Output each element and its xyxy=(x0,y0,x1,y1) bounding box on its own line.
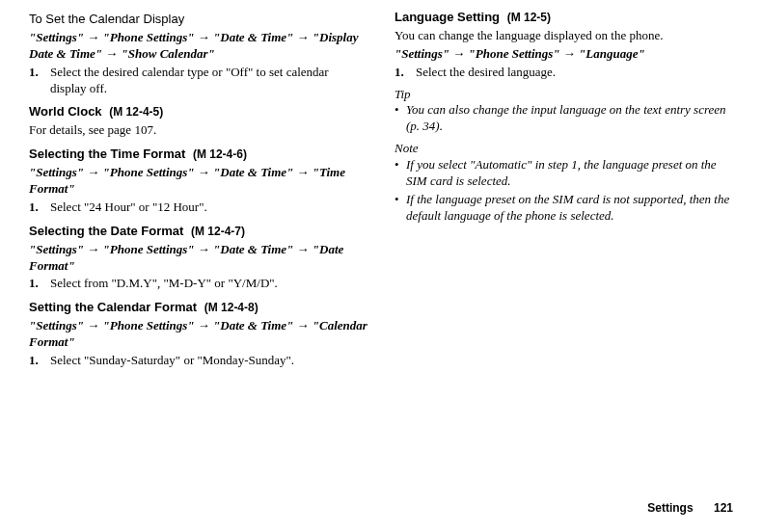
path-part: "Phone Settings" xyxy=(103,165,195,179)
r-sec1-desc: You can change the language displayed on… xyxy=(395,28,733,44)
note-bullet-text-1: If you select "Automatic" in step 1, the… xyxy=(406,157,733,190)
path-part: "Phone Settings" xyxy=(103,318,195,332)
path-part: "Show Calendar" xyxy=(122,46,215,61)
bullet-icon: • xyxy=(395,157,406,190)
note-bullet-row: • If the language preset on the SIM card… xyxy=(395,192,733,225)
arrow-icon: → xyxy=(452,46,465,61)
sec3-menuref: (M 12-4-6) xyxy=(193,147,247,161)
sec3-path: "Settings" → "Phone Settings" → "Date & … xyxy=(29,165,367,198)
sec3-heading: Selecting the Time Format (M 12-4-6) xyxy=(29,146,367,163)
footer-page: 121 xyxy=(714,501,733,515)
note-bullet-text-2: If the language preset on the SIM card i… xyxy=(406,192,733,225)
path-part: "Date & Time" xyxy=(213,165,293,179)
sec1-step: 1. Select the desired calendar type or "… xyxy=(29,65,367,97)
sec4-step: 1. Select from "D.M.Y", "M-D-Y" or "Y/M/… xyxy=(29,276,367,292)
path-part: "Date & Time" xyxy=(213,318,293,332)
arrow-icon: → xyxy=(297,165,310,179)
arrow-icon: → xyxy=(87,165,99,179)
step-text: Select from "D.M.Y", "M-D-Y" or "Y/M/D". xyxy=(50,276,367,292)
sec2-desc: For details, see page 107. xyxy=(29,122,367,139)
r-sec1-menuref: (M 12-5) xyxy=(507,11,551,24)
tip-bullet-text: You can also change the input language o… xyxy=(406,102,733,135)
sec2-heading: World Clock (M 12-4-5) xyxy=(29,104,367,120)
sec4-title: Selecting the Date Format xyxy=(29,224,183,238)
sec2-title: World Clock xyxy=(29,104,102,119)
sec1-title: To Set the Calendar Display xyxy=(29,12,367,28)
step-text: Select the desired language. xyxy=(416,65,733,81)
arrow-icon: → xyxy=(87,318,99,332)
sec4-menuref: (M 12-4-7) xyxy=(191,225,245,238)
path-part: "Phone Settings" xyxy=(103,242,195,256)
path-part: "Language" xyxy=(579,46,645,61)
tip-label: Tip xyxy=(395,87,733,103)
content-columns: To Set the Calendar Display "Settings" →… xyxy=(29,10,733,375)
path-part: "Date & Time" xyxy=(213,242,293,256)
path-part: "Settings" xyxy=(395,46,449,61)
arrow-icon: → xyxy=(198,242,210,256)
step-number: 1. xyxy=(29,65,50,97)
sec4-path: "Settings" → "Phone Settings" → "Date & … xyxy=(29,242,367,275)
arrow-icon: → xyxy=(563,46,576,61)
sec4-heading: Selecting the Date Format (M 12-4-7) xyxy=(29,224,367,240)
path-part: "Date & Time" xyxy=(213,30,293,44)
arrow-icon: → xyxy=(297,242,310,256)
arrow-icon: → xyxy=(87,30,99,44)
path-part: "Phone Settings" xyxy=(469,46,560,61)
bullet-icon: • xyxy=(395,192,406,225)
r-sec1-heading: Language Setting (M 12-5) xyxy=(395,10,733,26)
path-part: "Settings" xyxy=(29,165,84,179)
page-footer: Settings 121 xyxy=(647,501,733,517)
sec5-heading: Setting the Calendar Format (M 12-4-8) xyxy=(29,300,367,316)
r-sec1-path: "Settings" → "Phone Settings" → "Languag… xyxy=(395,46,733,63)
step-text: Select the desired calendar type or "Off… xyxy=(50,65,367,97)
step-text: Select "24 Hour" or "12 Hour". xyxy=(50,200,367,216)
tip-bullet-row: • You can also change the input language… xyxy=(395,102,733,135)
bullet-icon: • xyxy=(395,102,406,135)
sec2-menuref: (M 12-4-5) xyxy=(109,105,163,119)
step-text: Select "Sunday-Saturday" or "Monday-Sund… xyxy=(50,353,367,369)
arrow-icon: → xyxy=(87,242,99,256)
note-bullet-row: • If you select "Automatic" in step 1, t… xyxy=(395,157,733,190)
arrow-icon: → xyxy=(198,318,210,332)
sec5-menuref: (M 12-4-8) xyxy=(204,301,259,314)
path-part: "Settings" xyxy=(29,318,84,332)
r-sec1-step: 1. Select the desired language. xyxy=(395,65,733,81)
arrow-icon: → xyxy=(198,165,210,179)
sec5-title: Setting the Calendar Format xyxy=(29,300,197,314)
right-column: Language Setting (M 12-5) You can change… xyxy=(395,10,733,375)
footer-section: Settings xyxy=(647,501,693,515)
sec5-step: 1. Select "Sunday-Saturday" or "Monday-S… xyxy=(29,353,367,369)
arrow-icon: → xyxy=(297,30,310,44)
step-number: 1. xyxy=(29,200,50,216)
left-column: To Set the Calendar Display "Settings" →… xyxy=(29,10,367,375)
r-sec1-title: Language Setting xyxy=(395,10,500,24)
arrow-icon: → xyxy=(105,46,118,61)
sec3-step: 1. Select "24 Hour" or "12 Hour". xyxy=(29,200,367,216)
step-number: 1. xyxy=(29,353,50,369)
step-number: 1. xyxy=(395,65,416,81)
path-part: "Settings" xyxy=(29,242,84,256)
note-label: Note xyxy=(395,141,733,157)
sec3-title: Selecting the Time Format xyxy=(29,146,185,161)
step-number: 1. xyxy=(29,276,50,292)
path-part: "Phone Settings" xyxy=(103,30,195,44)
arrow-icon: → xyxy=(297,318,310,332)
sec5-path: "Settings" → "Phone Settings" → "Date & … xyxy=(29,318,367,351)
arrow-icon: → xyxy=(198,30,210,44)
path-part: "Settings" xyxy=(29,30,84,44)
sec1-path: "Settings" → "Phone Settings" → "Date & … xyxy=(29,30,367,63)
